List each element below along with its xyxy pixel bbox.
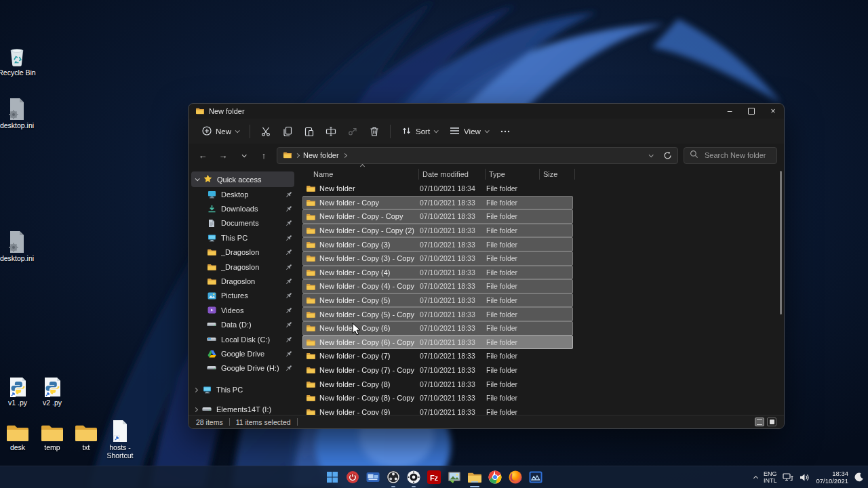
column-header-type[interactable]: Type (486, 169, 540, 180)
taskbar-chrome-button[interactable] (487, 469, 503, 485)
taskbar-app-screens-button[interactable] (365, 469, 381, 485)
file-row[interactable]: New folder - Copy - Copy07/10/2021 18:33… (302, 209, 573, 224)
sidebar-item-quick-access[interactable]: Quick access (191, 171, 294, 187)
taskbar-shutter-button[interactable] (406, 469, 422, 485)
refresh-icon[interactable] (663, 151, 672, 160)
desktop-icon-recycle-bin[interactable]: Recycle Bin (0, 45, 39, 77)
sidebar-item-this-pc[interactable]: This PC (189, 230, 297, 245)
address-dropdown-icon[interactable] (649, 152, 654, 157)
sidebar-item-data-d-[interactable]: Data (D:) (189, 318, 297, 332)
sidebar-item-downloads[interactable]: Downloads (189, 201, 297, 216)
pin-icon[interactable] (285, 219, 293, 227)
sidebar-item-this-pc[interactable]: This PC (189, 382, 297, 398)
file-row[interactable]: New folder - Copy (5) - Copy07/10/2021 1… (302, 307, 573, 321)
pin-icon[interactable] (285, 190, 293, 199)
taskbar-task-manager-button[interactable] (528, 469, 544, 485)
file-row[interactable]: New folder - Copy (3) - Copy07/10/2021 1… (302, 251, 573, 266)
quick-access-label: Quick access (217, 176, 261, 184)
sidebar-item-local-disk-c-[interactable]: Local Disk (C:) (189, 332, 297, 346)
desktop-icon-hosts-shortcut[interactable]: hosts - Shortcut (98, 420, 142, 460)
sidebar-item-google-drive-h-[interactable]: Google Drive (H:) (189, 361, 297, 375)
copy-button[interactable] (277, 123, 298, 140)
network-icon[interactable] (783, 473, 793, 482)
tray-overflow-icon[interactable] (753, 476, 758, 481)
paste-button[interactable] (299, 123, 319, 140)
pin-icon[interactable] (285, 291, 293, 300)
file-row[interactable]: New folder - Copy (3)07/10/2021 18:33Fil… (302, 237, 573, 251)
file-row[interactable]: New folder - Copy (4) - Copy07/10/2021 1… (302, 279, 573, 293)
cut-button[interactable] (256, 123, 276, 140)
column-header-date-modified[interactable]: Date modified (419, 169, 486, 180)
maximize-button[interactable] (741, 104, 762, 119)
volume-icon[interactable] (800, 473, 810, 482)
pin-icon[interactable] (285, 321, 293, 329)
focus-assist-moon-icon[interactable] (854, 472, 864, 482)
forward-button[interactable]: → (216, 148, 231, 163)
file-row[interactable]: New folder - Copy (7)07/10/2021 18:33Fil… (302, 349, 573, 363)
pin-icon[interactable] (285, 248, 293, 256)
minimize-button[interactable]: – (719, 104, 741, 119)
search-input[interactable] (703, 150, 771, 160)
taskbar-filezilla-button[interactable]: Fz (426, 469, 442, 485)
sort-button[interactable]: Sort (396, 123, 443, 140)
rename-button[interactable] (321, 123, 341, 140)
pin-icon[interactable] (285, 364, 293, 372)
sidebar-item-desktop[interactable]: Desktop (189, 187, 297, 201)
sidebar-item-documents[interactable]: Documents (189, 216, 297, 230)
taskbar-start-button[interactable] (324, 469, 340, 485)
column-header-name[interactable]: Name (302, 169, 419, 180)
search-box[interactable] (684, 147, 777, 164)
clock[interactable]: 18:3407/10/2021 (816, 470, 848, 485)
sidebar-item-videos[interactable]: Videos (189, 303, 297, 317)
breadcrumb[interactable]: New folder (303, 151, 339, 159)
taskbar-obs-button[interactable] (385, 469, 401, 485)
pin-icon[interactable] (285, 350, 293, 358)
sidebar-item--dragoslon[interactable]: _Dragoslon (189, 245, 297, 260)
file-row[interactable]: New folder - Copy - Copy (2)07/10/2021 1… (302, 224, 573, 238)
vertical-scrollbar[interactable] (780, 171, 782, 314)
desktop-icon-desktop-ini[interactable]: desktop.ini (0, 230, 39, 263)
delete-button[interactable] (364, 123, 384, 140)
file-row[interactable]: New folder07/10/2021 18:34File folder (302, 182, 573, 196)
large-icons-view-button[interactable] (767, 418, 776, 426)
file-row[interactable]: New folder - Copy (9)07/10/2021 18:33Fil… (302, 405, 573, 416)
pin-icon[interactable] (285, 234, 293, 242)
desktop-icon-v2-py[interactable]: v2 .py (31, 375, 74, 407)
details-view-button[interactable] (755, 418, 764, 426)
file-row[interactable]: New folder - Copy (4)07/10/2021 18:33Fil… (302, 266, 573, 280)
taskbar-media-red-button[interactable] (344, 469, 361, 485)
more-options-button[interactable] (495, 123, 515, 140)
taskbar-image-viewer-button[interactable] (446, 469, 462, 485)
pin-icon[interactable] (285, 263, 293, 271)
back-button[interactable]: ← (195, 148, 210, 163)
sidebar-item-dragoslon[interactable]: Dragoslon (189, 274, 297, 288)
pin-icon[interactable] (285, 205, 293, 213)
share-button[interactable] (342, 123, 363, 140)
file-row[interactable]: New folder - Copy (6) - Copy07/10/2021 1… (302, 336, 573, 350)
language-indicator[interactable]: ENGINTL (764, 470, 777, 484)
sidebar-item-pictures[interactable]: Pictures (189, 289, 297, 303)
new-button[interactable]: New (197, 123, 244, 140)
close-button[interactable]: × (762, 104, 784, 119)
taskbar-firefox-button[interactable] (507, 469, 524, 485)
sidebar-item-label: Dragoslon (221, 277, 280, 285)
up-button[interactable]: ↑ (256, 148, 271, 163)
recent-locations-button[interactable] (236, 148, 251, 163)
column-header-size[interactable]: Size (540, 169, 575, 180)
file-row[interactable]: New folder - Copy07/10/2021 18:33File fo… (302, 196, 573, 210)
taskbar-explorer-button[interactable] (467, 469, 483, 485)
pin-icon[interactable] (285, 306, 293, 314)
pin-icon[interactable] (285, 277, 293, 285)
sidebar-item-google-drive[interactable]: Google Drive (189, 346, 297, 361)
file-row[interactable]: New folder - Copy (7) - Copy07/10/2021 1… (302, 363, 573, 378)
sidebar-item--dragoslon[interactable]: _Dragoslon (189, 260, 297, 274)
view-button[interactable]: View (444, 123, 494, 140)
file-row[interactable]: New folder - Copy (6)07/10/2021 18:33Fil… (302, 321, 573, 336)
pin-icon[interactable] (285, 336, 293, 344)
desktop-icon-desktop-ini[interactable]: desktop.ini (0, 98, 39, 130)
address-bar[interactable]: New folder (277, 147, 678, 164)
file-name: New folder - Copy (7) - Copy (315, 366, 420, 374)
file-row[interactable]: New folder - Copy (8)07/10/2021 18:33Fil… (302, 377, 573, 391)
file-row[interactable]: New folder - Copy (8) - Copy07/10/2021 1… (302, 391, 573, 405)
file-row[interactable]: New folder - Copy (5)07/10/2021 18:33Fil… (302, 293, 573, 308)
